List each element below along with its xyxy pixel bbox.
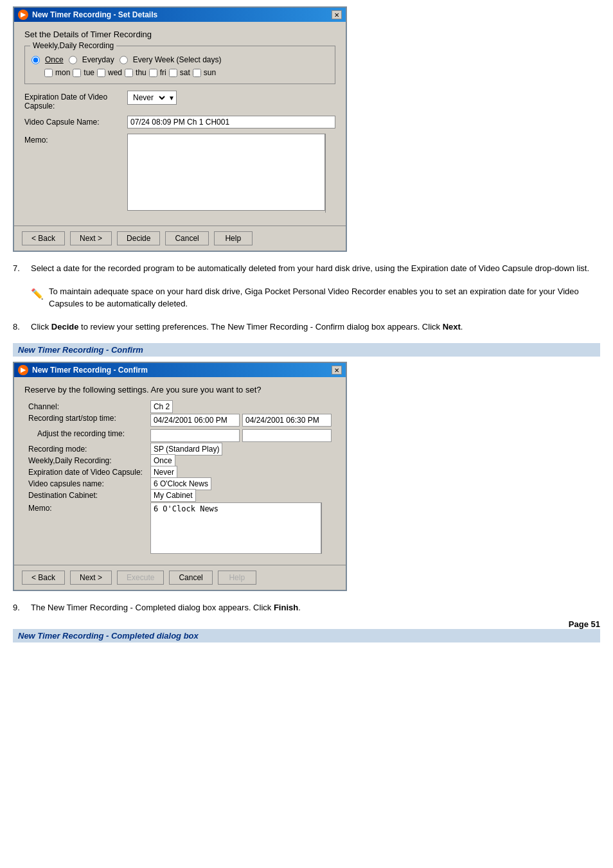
table-row: Recording start/stop time: 04/24/2001 06…	[24, 412, 335, 428]
step8-text-after: to review your setting preferences. The …	[78, 322, 442, 332]
dialog2-back-button[interactable]: < Back	[22, 571, 65, 585]
table-row: Recording mode: SP (Standard Play)	[24, 443, 335, 455]
label-fri: fri	[160, 68, 166, 77]
adjust-stop-value	[242, 429, 332, 442]
cancel-button[interactable]: Cancel	[165, 231, 208, 245]
dialog2-next-button[interactable]: Next >	[70, 571, 112, 585]
titlebar-left: ▶ New Timer Recording - Set Details	[18, 10, 157, 20]
bottom-section-header: New Timer Recording - Completed dialog b…	[13, 629, 600, 642]
radio-everyday-label: Everyday	[82, 55, 114, 64]
execute-button[interactable]: Execute	[117, 571, 164, 585]
capsule-name-control	[127, 116, 335, 128]
adjust-start-value	[150, 429, 240, 442]
dropdown-arrow-icon: ▼	[167, 94, 176, 102]
next-button[interactable]: Next >	[70, 231, 112, 245]
label-wed: wed	[108, 68, 122, 77]
step9-item: 9. The New Timer Recording - Completed d…	[13, 601, 600, 614]
table-row: Destination Cabinet: My Cabinet	[24, 490, 335, 501]
cb-sun[interactable]	[193, 69, 201, 77]
dialog2-body: Reserve by the following settings. Are y…	[14, 377, 346, 565]
dialog1-body: Set the Details of Timer Recording Weekl…	[14, 22, 346, 226]
capsule-name-row: Video Capsule Name:	[24, 116, 335, 128]
recording-time-label: Recording start/stop time:	[24, 412, 147, 428]
recording-time-value-cell: 04/24/2001 06:00 PM 04/24/2001 06:30 PM	[147, 412, 335, 428]
capsules-name-value: 6 O'Clock News	[150, 477, 211, 490]
weekly-daily-groupbox: Weekly,Daily Recording Once Everyday Eve…	[24, 46, 335, 84]
confirm-titlebar-left: ▶ New Timer Recording - Confirm	[18, 365, 148, 375]
note1-box: ✏️ To maintain adequate space on your ha…	[31, 285, 600, 310]
dialog2-help-button[interactable]: Help	[218, 571, 256, 585]
label-thu: thu	[136, 68, 147, 77]
dialog1-subtitle: Set the Details of Timer Recording	[24, 30, 335, 39]
set-details-titlebar: ▶ New Timer Recording - Set Details ✕	[14, 8, 346, 22]
table-row: Expiration date of Video Capsule: Never	[24, 466, 335, 478]
cb-thu[interactable]	[125, 69, 133, 77]
adjust-label: Adjust the recording time:	[24, 428, 147, 443]
cb-fri[interactable]	[149, 69, 157, 77]
expiration-select-wrapper: Never ▼	[127, 91, 177, 105]
expiration-date-value-cell: Never	[147, 466, 335, 478]
stop-time-value: 04/24/2001 06:30 PM	[242, 414, 332, 427]
step9-content: The New Timer Recording - Completed dial…	[31, 601, 600, 614]
capsule-name-input[interactable]	[127, 116, 335, 128]
set-details-dialog: ▶ New Timer Recording - Set Details ✕ Se…	[13, 6, 347, 252]
step7-text: Select a date for the recorded program t…	[31, 262, 600, 275]
destination-cabinet-value-cell: My Cabinet	[147, 490, 335, 501]
memo-confirm-wrapper: 6 O'Clock News	[150, 502, 332, 556]
dialog2-close-button[interactable]: ✕	[332, 366, 342, 375]
note1-text: To maintain adequate space on your hard …	[49, 285, 600, 310]
step9-bold: Finish	[274, 603, 298, 612]
help-button[interactable]: Help	[214, 231, 253, 245]
cb-mon[interactable]	[44, 69, 53, 77]
label-mon: mon	[55, 68, 70, 77]
channel-label: Channel:	[24, 401, 147, 412]
groupbox-legend: Weekly,Daily Recording	[30, 41, 116, 50]
page-number: Page 51	[13, 619, 600, 629]
expiration-row: Expiration Date of Video Capsule: Never …	[24, 91, 335, 111]
confirm-memo-textarea[interactable]: 6 O'Clock News	[150, 502, 321, 554]
dialog1-footer: < Back Next > Decide Cancel Help	[14, 226, 346, 251]
note-pen-icon: ✏️	[31, 287, 44, 310]
step8-period: .	[461, 322, 463, 332]
confirm-table: Channel: Ch 2 Recording start/stop time:…	[24, 401, 335, 557]
capsules-name-label: Video capsules name:	[24, 478, 147, 490]
step9-text-before: The New Timer Recording - Completed dial…	[31, 603, 274, 612]
destination-cabinet-label: Destination Cabinet:	[24, 490, 147, 501]
dialog2-cancel-button[interactable]: Cancel	[169, 571, 212, 585]
dialog2-title: New Timer Recording - Confirm	[32, 366, 148, 375]
back-button[interactable]: < Back	[22, 231, 65, 245]
step7-number: 7.	[13, 262, 26, 275]
cb-tue[interactable]	[73, 69, 81, 77]
radio-once[interactable]	[31, 56, 40, 64]
app-icon: ▶	[18, 10, 28, 20]
expiration-date-label: Expiration date of Video Capsule:	[24, 466, 147, 478]
step8-bold1: Decide	[51, 322, 79, 332]
dialog1-title: New Timer Recording - Set Details	[32, 10, 157, 19]
channel-value: Ch 2	[150, 400, 173, 413]
label-sun: sun	[204, 68, 216, 77]
channel-value-cell: Ch 2	[147, 401, 335, 412]
step8-bold2: Next	[443, 322, 461, 332]
capsules-name-value-cell: 6 O'Clock News	[147, 478, 335, 490]
cb-wed[interactable]	[97, 69, 105, 77]
memo-row: Memo:	[24, 134, 335, 213]
recording-mode-label: Recording mode:	[24, 443, 147, 455]
step9-period: .	[298, 603, 301, 612]
dialog1-close-button[interactable]: ✕	[332, 10, 342, 19]
radio-everyweek[interactable]	[120, 56, 128, 64]
memo-textarea[interactable]	[127, 134, 325, 211]
step8-item: 8. Click Decide to review your setting p…	[13, 321, 600, 333]
cb-sat[interactable]	[169, 69, 177, 77]
memo-label: Memo:	[24, 134, 127, 145]
step9-number: 9.	[13, 601, 26, 614]
step8-text-before: Click	[31, 322, 51, 332]
confirm-titlebar: ▶ New Timer Recording - Confirm ✕	[14, 363, 346, 377]
expiration-select[interactable]: Never	[128, 91, 167, 104]
expiration-control: Never ▼	[127, 91, 335, 105]
radio-everyday[interactable]	[69, 56, 77, 64]
weekly-daily-value: Once	[150, 454, 175, 467]
decide-button[interactable]: Decide	[117, 231, 160, 245]
confirm-memo-value-cell: 6 O'Clock News	[147, 501, 335, 557]
step8-number: 8.	[13, 321, 26, 333]
radio-row: Once Everyday Every Week (Select days)	[31, 55, 328, 64]
